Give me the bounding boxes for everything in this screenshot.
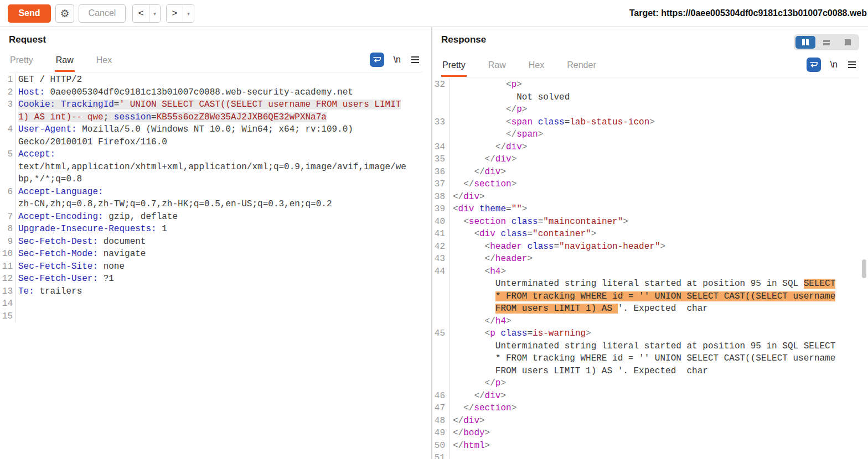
tab-pretty[interactable]: Pretty (441, 60, 467, 77)
editor-line: 4User-Agent: Mozilla/5.0 (Windows NT 10.… (0, 123, 431, 148)
code-row: </header> (453, 253, 868, 265)
code-row: Cookie: TrackingId=' UNION SELECT CAST((… (18, 98, 431, 111)
soft-wrap-icon[interactable] (370, 53, 384, 67)
editor-line: 7Accept-Encoding: gzip, deflate (0, 211, 431, 223)
code-row: * FROM tracking WHERE id = '' UNION SELE… (453, 352, 868, 365)
code-row (453, 452, 868, 459)
code-row: Host: 0aee005304df0c9181c13b01007c0088.w… (18, 86, 431, 99)
line-number: 14 (0, 298, 16, 310)
code-row: </body> (453, 427, 868, 440)
editor-line: 1GET / HTTP/2 (0, 74, 431, 86)
line-number: 49 (432, 427, 449, 440)
code-row: </section> (453, 402, 868, 415)
tab-raw[interactable]: Raw (487, 60, 507, 77)
code-row: </html> (453, 440, 868, 452)
request-panel: Request PrettyRawHex \n 1GET / HTTP/22Ho… (0, 27, 432, 459)
editor-line: 33 <span class=lab-status-icon> </span> (432, 116, 868, 141)
back-dropdown-button[interactable]: ▾ (149, 5, 160, 22)
code-row: </span> (453, 128, 868, 141)
forward-button[interactable]: > (167, 5, 183, 22)
menu-icon[interactable] (847, 60, 857, 69)
line-number: 42 (432, 241, 449, 253)
cancel-button[interactable]: Cancel (79, 4, 126, 23)
request-editor[interactable]: 1GET / HTTP/22Host: 0aee005304df0c9181c1… (0, 74, 431, 322)
code-row: Sec-Fetch-Dest: document (18, 236, 431, 248)
single-view-button[interactable] (838, 36, 857, 49)
line-number: 6 (0, 186, 16, 211)
line-number: 8 (0, 223, 16, 236)
tab-hex[interactable]: Hex (95, 55, 113, 72)
line-number: 46 (432, 390, 449, 403)
code-row: </div> (453, 166, 868, 179)
editor-line: 9Sec-Fetch-Dest: document (0, 236, 431, 248)
editor-line: 38</div> (432, 191, 868, 204)
line-number: 51 (432, 452, 449, 459)
editor-line: 43 </header> (432, 253, 868, 265)
code-row: Unterminated string literal started at p… (453, 278, 868, 290)
response-tabs: PrettyRawHexRender \n (441, 58, 859, 77)
code-row: Te: trailers (18, 285, 431, 298)
code-row: * FROM tracking WHERE id = '' UNION SELE… (453, 290, 868, 303)
code-row: </p> (453, 103, 868, 116)
newline-toggle-icon[interactable]: \n (394, 55, 401, 65)
history-forward-group: > ▾ (166, 4, 194, 23)
editor-line: 45 <p class=is-warning> Unterminated str… (432, 327, 868, 390)
editor-line: 35 </div> (432, 153, 868, 166)
editor-line: 10Sec-Fetch-Mode: navigate (0, 248, 431, 260)
editor-line: 40 <section class="maincontainer"> (432, 216, 868, 228)
forward-dropdown-button[interactable]: ▾ (183, 5, 194, 22)
code-row: Accept-Encoding: gzip, deflate (18, 211, 431, 223)
rows-view-button[interactable] (817, 36, 836, 49)
tab-pretty[interactable]: Pretty (9, 55, 34, 72)
code-row: FROM users LIMIT 1) AS '. Expected char (453, 365, 868, 378)
line-number: 37 (432, 178, 449, 191)
code-row: zh-CN,zh;q=0.8,zh-TW;q=0.7,zh-HK;q=0.5,e… (18, 198, 431, 211)
code-row (18, 298, 431, 310)
editor-line: 11Sec-Fetch-Site: none (0, 260, 431, 273)
editor-line: 48</div> (432, 415, 868, 427)
code-row: Sec-Fetch-Mode: navigate (18, 248, 431, 260)
response-panel: Response PrettyRawHexRender \n (432, 27, 868, 459)
send-button[interactable]: Send (8, 4, 51, 23)
editor-line: 13Te: trailers (0, 285, 431, 298)
code-row: </div> (453, 390, 868, 403)
editor-line: 15 (0, 310, 431, 323)
line-number: 34 (432, 141, 449, 154)
line-number: 32 (432, 79, 449, 116)
request-editor-icons: \n (370, 53, 422, 72)
toolbar: Send ⚙ Cancel < ▾ > ▾ Target: https://0a… (0, 0, 868, 27)
editor-line: 5Accept:text/html,application/xhtml+xml,… (0, 148, 431, 186)
code-row: <span class=lab-status-icon> (453, 116, 868, 129)
line-number: 9 (0, 236, 16, 248)
code-row: Upgrade-Insecure-Requests: 1 (18, 223, 431, 236)
line-number: 41 (432, 228, 449, 241)
line-number: 48 (432, 415, 449, 427)
tab-render[interactable]: Render (566, 60, 597, 77)
menu-icon[interactable] (410, 55, 420, 64)
newline-toggle-icon[interactable]: \n (830, 60, 838, 70)
line-number: 4 (0, 123, 16, 148)
response-editor[interactable]: 32 <p> Not solved </p>33 <span class=lab… (432, 79, 868, 459)
code-row: Sec-Fetch-Site: none (18, 260, 431, 273)
editor-line: 36 </div> (432, 166, 868, 179)
editor-line: 3Cookie: TrackingId=' UNION SELECT CAST(… (0, 98, 431, 123)
line-number: 35 (432, 153, 449, 166)
request-settings-button[interactable]: ⚙ (55, 4, 74, 23)
editor-line: 51 (432, 452, 868, 459)
tab-raw[interactable]: Raw (55, 55, 75, 72)
response-scrollbar-thumb[interactable] (862, 259, 866, 278)
line-number: 7 (0, 211, 16, 223)
history-back-group: < ▾ (132, 4, 161, 23)
line-number: 47 (432, 402, 449, 415)
line-number: 2 (0, 86, 16, 99)
tab-hex[interactable]: Hex (528, 60, 545, 77)
editor-line: 37 </section> (432, 178, 868, 191)
line-number: 10 (0, 248, 16, 260)
back-button[interactable]: < (133, 5, 149, 22)
columns-view-button[interactable] (795, 36, 815, 49)
soft-wrap-icon[interactable] (807, 58, 821, 72)
line-number: 15 (0, 310, 16, 323)
code-row: Not solved (453, 91, 868, 104)
line-number: 44 (432, 265, 449, 328)
response-editor-icons: \n (807, 58, 859, 77)
